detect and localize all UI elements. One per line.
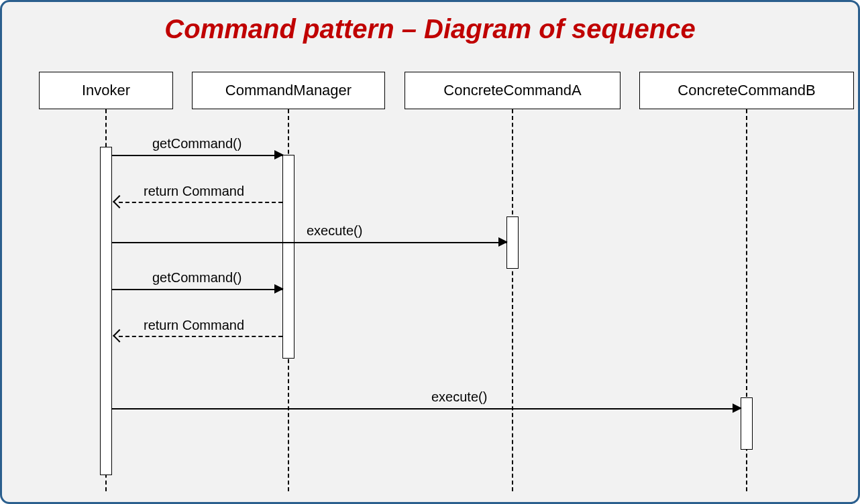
msg-getcommand-2-label: getCommand(): [150, 270, 244, 286]
msg-execute-2-label: execute(): [429, 389, 490, 405]
participant-manager-label: CommandManager: [225, 82, 352, 99]
activation-invoker: [100, 147, 112, 475]
activation-manager: [282, 155, 294, 359]
participant-concrete-a-label: ConcreteCommandA: [443, 82, 581, 99]
activation-concrete-a: [506, 216, 519, 269]
msg-execute-2-arrow: [733, 403, 742, 413]
msg-getcommand-1-arrow: [274, 150, 284, 160]
participant-invoker-label: Invoker: [82, 82, 130, 99]
msg-getcommand-2-line: [112, 289, 282, 290]
participant-concrete-b: ConcreteCommandB: [639, 72, 854, 109]
msg-execute-1-line: [112, 242, 506, 243]
participant-concrete-a: ConcreteCommandA: [405, 72, 621, 109]
lifeline-concrete-a: [512, 109, 513, 491]
msg-execute-1-label: execute(): [304, 223, 365, 239]
participant-concrete-b-label: ConcreteCommandB: [678, 82, 815, 99]
msg-execute-2-line: [112, 408, 740, 410]
msg-execute-1-arrow: [498, 237, 508, 247]
diagram-canvas: Invoker CommandManager ConcreteCommandA …: [2, 2, 858, 502]
msg-getcommand-1-line: [112, 155, 282, 156]
msg-return-2-arrow: [113, 329, 126, 342]
msg-return-2-label: return Command: [141, 318, 247, 333]
activation-concrete-b: [741, 397, 753, 450]
msg-return-1-label: return Command: [141, 184, 247, 199]
diagram-frame: Command pattern – Diagram of sequence In…: [0, 0, 860, 504]
msg-return-2-line: [119, 336, 282, 337]
msg-getcommand-2-arrow: [274, 284, 284, 294]
participant-manager: CommandManager: [192, 72, 385, 109]
msg-return-1-arrow: [113, 195, 126, 208]
msg-return-1-line: [119, 202, 282, 203]
participant-invoker: Invoker: [39, 72, 173, 109]
msg-getcommand-1-label: getCommand(): [150, 136, 244, 151]
